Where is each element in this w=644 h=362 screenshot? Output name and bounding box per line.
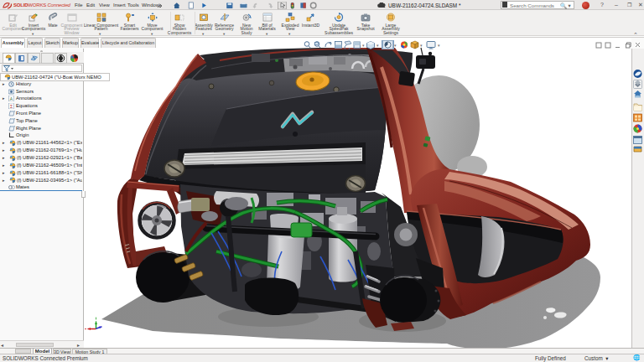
svg-text:▾: ▾ bbox=[394, 43, 397, 48]
svg-text:Σ: Σ bbox=[10, 104, 13, 109]
svg-text:▾: ▾ bbox=[362, 43, 365, 48]
svg-text:▾: ▾ bbox=[438, 43, 440, 48]
svg-text:▾: ▾ bbox=[420, 43, 423, 48]
svg-text:▾: ▾ bbox=[377, 43, 379, 48]
